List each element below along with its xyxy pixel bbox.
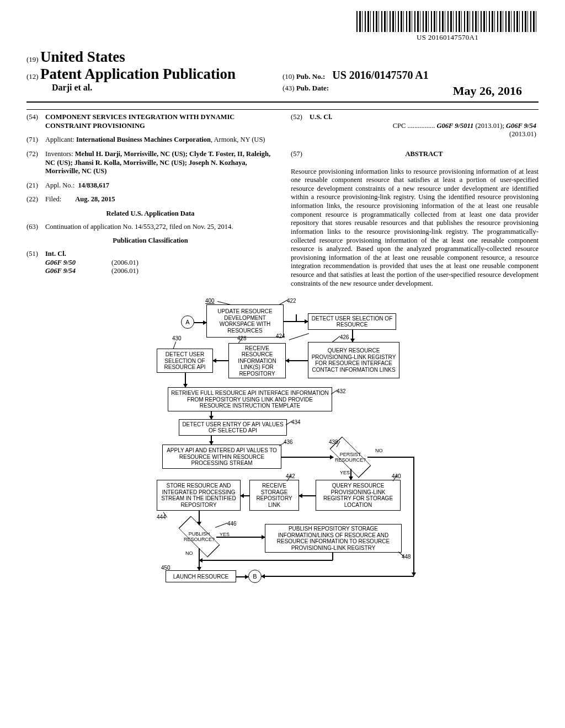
section-21: (21) Appl. No.: 14/838,617 — [26, 181, 274, 190]
sec-num-52: (52) — [291, 113, 310, 139]
section-51: (51) Int. Cl. G06F 9/50 (2006.01) G06F 9… — [26, 250, 274, 276]
ref-430: 430 — [172, 335, 182, 341]
invention-title: COMPONENT SERVICES INTEGRATION WITH DYNA… — [45, 113, 274, 130]
arrow-d1-no-v — [413, 457, 414, 576]
applicant-loc: , Armonk, NY (US) — [211, 136, 265, 143]
inventors-label: Inventors: — [45, 150, 73, 158]
no-label-2: NO — [185, 550, 193, 556]
abstract-title: ABSTRACT — [310, 150, 539, 159]
right-column: (52) U.S. Cl. CPC ................ G06F … — [291, 113, 539, 288]
arrow-b4-b5 — [213, 360, 228, 361]
sec-num-22: (22) — [26, 195, 45, 204]
box-receive-links: RECEIVE RESOURCE INFORMATION LINK(S) FOR… — [228, 343, 286, 378]
ref-438: 438 — [329, 439, 338, 445]
lead-446 — [215, 523, 228, 528]
filed-value: Aug. 28, 2015 — [75, 195, 115, 203]
barcode-text: US 20160147570A1 — [356, 33, 539, 42]
inventors-list: Mehul H. Darji, Morrisville, NC (US); Cl… — [45, 150, 270, 175]
arrow-a-b1 — [194, 322, 206, 323]
ref-432: 432 — [337, 388, 346, 394]
arrow-d2-yes — [216, 537, 265, 538]
abstract-body: Resource provisioning information links … — [291, 168, 539, 288]
sec-num-72: (72) — [26, 150, 45, 176]
body-columns: (54) COMPONENT SERVICES INTEGRATION WITH… — [26, 113, 539, 288]
code-10: (10) — [282, 72, 295, 81]
section-54: (54) COMPONENT SERVICES INTEGRATION WITH… — [26, 113, 274, 130]
cpc-val2: G06F 9/54 — [506, 122, 536, 130]
left-column: (54) COMPONENT SERVICES INTEGRATION WITH… — [26, 113, 274, 288]
ref-446: 446 — [227, 521, 237, 527]
section-22: (22) Filed: Aug. 28, 2015 — [26, 195, 274, 204]
arrow-b12-out-v — [332, 553, 333, 560]
applno-value: 14/838,617 — [78, 181, 109, 189]
cpc-label: CPC — [393, 122, 406, 130]
lead-430 — [173, 341, 177, 349]
sec-num-51: (51) — [26, 250, 45, 276]
uscl-label: U.S. Cl. — [310, 113, 539, 122]
arrow-no1-join — [262, 576, 414, 577]
node-b: B — [248, 570, 262, 583]
box-query-registry-interface: QUERY RESOURCE PROVISIONING-LINK REGISTR… — [308, 342, 399, 378]
code-12: (12) — [26, 72, 39, 81]
pubdate-label: Pub. Date: — [296, 84, 329, 92]
box-store-resource: STORE RESOURCE AND INTEGRATED PROCESSING… — [157, 480, 241, 511]
divider-thin — [26, 109, 539, 110]
no-label-1: NO — [375, 448, 383, 453]
pubno-value: US 2016/0147570 A1 — [332, 69, 428, 81]
applicant-label: Applicant: — [45, 136, 74, 143]
ipc-code-1: G06F 9/54 — [45, 267, 111, 276]
arrow-b12-out-h — [199, 560, 333, 561]
arrow-b8-d1 — [281, 457, 333, 458]
ref-426: 426 — [340, 334, 349, 340]
ipc-date-0: (2006.01) — [111, 259, 138, 267]
sec-num-63: (63) — [26, 223, 45, 232]
arrow-d1-yes — [350, 469, 351, 480]
sec-num-21: (21) — [26, 181, 45, 190]
lead-424 — [289, 333, 309, 340]
section-52: (52) U.S. Cl. CPC ................ G06F … — [291, 113, 539, 139]
authors-line: Darji et al. — [52, 83, 282, 93]
box-detect-api-selection: DETECT USER SELECTION OF RESOURCE API — [157, 349, 213, 373]
box-detect-api-entry: DETECT USER ENTRY OF API VALUES OF SELEC… — [179, 419, 287, 436]
ref-422: 422 — [287, 298, 296, 304]
pubdate-value: May 26, 2016 — [453, 84, 539, 98]
ref-434: 434 — [291, 419, 301, 425]
box-apply-api: APPLY API AND ENTERED API VALUES TO RESO… — [162, 445, 281, 469]
barcode-graphic — [356, 11, 539, 32]
flowchart: 400 A UPDATE RESOURCE DEVELOPMENT WORKSP… — [122, 298, 443, 651]
divider-thick — [26, 101, 539, 103]
box-detect-selection: DETECT USER SELECTION OF RESOURCE — [308, 313, 396, 330]
related-data-title: Related U.S. Application Data — [26, 210, 274, 218]
cpc-dots: ................ — [406, 122, 436, 130]
pubclass-title: Publication Classification — [26, 237, 274, 245]
ref-448: 448 — [402, 554, 411, 560]
intcl-label: Int. Cl. — [45, 250, 274, 259]
cpc-val1: G06F 9/5011 — [437, 122, 474, 130]
yes-label-1: YES — [340, 470, 350, 475]
ref-424: 424 — [276, 333, 285, 339]
box-update-workspace: UPDATE RESOURCE DEVELOPMENT WORKSPACE WI… — [206, 304, 284, 338]
box-query-storage: QUERY RESOURCE PROVISIONING-LINK REGISTR… — [316, 480, 401, 511]
sec-num-71: (71) — [26, 136, 45, 144]
arrow-b5-b6-v — [185, 373, 186, 387]
country-title: United States — [40, 49, 125, 65]
arrow-b6-b7 — [211, 411, 212, 419]
applno-label: Appl. No.: — [45, 181, 74, 189]
sec-num-54: (54) — [26, 113, 45, 130]
node-a: A — [181, 315, 194, 329]
document-header: (19) United States (12) Patent Applicati… — [26, 49, 539, 98]
section-57: (57) ABSTRACT — [291, 150, 539, 162]
arrow-b13-b — [236, 576, 248, 577]
sec-num-57: (57) — [291, 150, 310, 162]
arrow-d1-no-h — [367, 457, 414, 458]
ipc-date-1: (2006.01) — [111, 267, 138, 276]
section-71: (71) Applicant: International Business M… — [26, 136, 274, 144]
cpc-d1: (2013.01); — [473, 122, 506, 130]
applicant-name: International Business Machines Corporat… — [76, 136, 211, 143]
continuation-text: Continuation of application No. 14/553,2… — [45, 223, 274, 232]
code-19: (19) — [26, 55, 39, 63]
box-launch-resource: LAUNCH RESOURCE — [166, 570, 236, 582]
ipc-code-0: G06F 9/50 — [45, 259, 111, 267]
decision-persist: PERSIST RESOURCE? — [333, 446, 367, 469]
arrow-b2-b3 — [352, 330, 353, 342]
